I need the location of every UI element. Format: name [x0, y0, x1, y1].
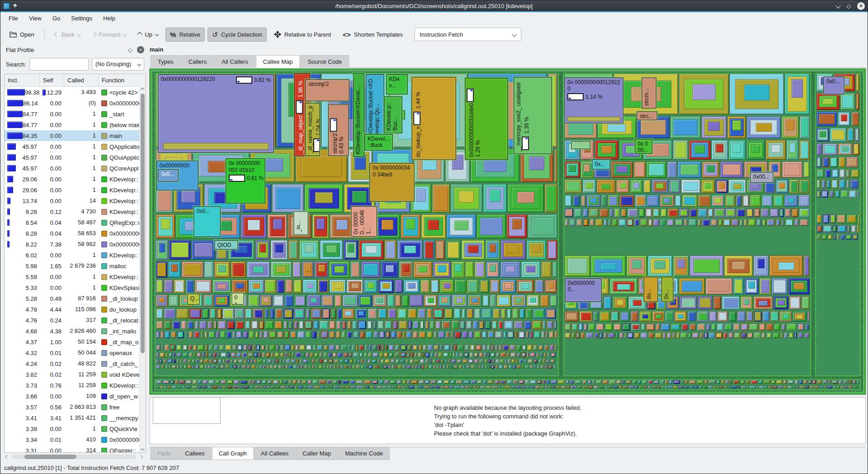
menu-go[interactable]: Go	[48, 14, 65, 23]
vertical-scrollbar-thumb[interactable]	[141, 94, 145, 353]
minimize-icon[interactable]	[835, 3, 840, 8]
maximize-icon[interactable]: ◇	[846, 3, 851, 9]
menu-settings[interactable]: Settings	[66, 14, 97, 23]
tab-callers[interactable]: Callers	[181, 55, 214, 68]
scroll-right-icon[interactable]	[139, 455, 143, 459]
treemap-block[interactable]: 0x000000000031d4e0 1.28 %	[465, 78, 508, 160]
treemap-block[interactable]: KDevel... ::Bucke...	[364, 134, 393, 151]
table-row[interactable]: 3.660.00109dl_open_w	[5, 391, 146, 402]
column-incl[interactable]: Incl.	[5, 74, 40, 86]
table-row[interactable]: 45.970.001QApplicatio	[5, 141, 146, 152]
forward-button[interactable]: Forward	[88, 28, 131, 42]
treemap-block[interactable]: 0x 000000... 000461...	[351, 206, 377, 237]
treemap-block[interactable]: __memcpy_sse2_ unaligned 1.39 %	[514, 77, 552, 154]
table-row[interactable]: 29.060.001KDevelop::	[5, 185, 146, 195]
scroll-up-icon[interactable]	[141, 88, 144, 91]
table-row[interactable]: 6.020.001KDevelop::	[5, 250, 146, 261]
call-graph-birdseye[interactable]	[153, 397, 221, 424]
tab-all-callers[interactable]: All Callers	[214, 55, 255, 68]
scroll-down-icon[interactable]	[141, 447, 144, 450]
scroll-left-icon[interactable]	[5, 455, 9, 459]
close-icon[interactable]: ×	[857, 2, 865, 10]
treemap-block[interactable]: do_lookup_x 1.44 %	[411, 77, 456, 160]
column-called[interactable]: Called	[64, 74, 99, 86]
menu-view[interactable]: View	[24, 14, 46, 23]
horizontal-scrollbar-thumb[interactable]	[24, 455, 76, 459]
relative-toggle[interactable]: % Relative	[165, 28, 205, 42]
tab-callees[interactable]: Callees	[178, 447, 211, 460]
treemap-block[interactable]: 0x0...	[193, 206, 221, 237]
treemap-block[interactable]: strc...	[637, 111, 657, 120]
menu-file[interactable]: File	[4, 14, 23, 23]
column-function[interactable]: Function	[99, 74, 146, 86]
table-row[interactable]: 3.730.7611 259KDevelop::	[5, 380, 146, 391]
horizontal-scrollbar-track[interactable]	[12, 455, 136, 459]
table-row[interactable]: 5.981.652 679 236malloc	[5, 261, 146, 271]
float-icon[interactable]: ◇	[128, 47, 132, 53]
treemap-block[interactable]: do...	[644, 277, 658, 302]
table-row[interactable]: 45.970.001QGuiApplic	[5, 152, 146, 163]
tab-all-callees[interactable]: All Callees	[254, 447, 295, 460]
table-row[interactable]: 3.820.0211 259void KDeve	[5, 369, 146, 380]
tab-machine-code[interactable]: Machine Code	[338, 447, 390, 460]
shorten-templates-toggle[interactable]: <> Shorten Templates	[338, 28, 407, 42]
treemap-block[interactable]: 0x00000000...	[565, 278, 602, 302]
treemap-block[interactable]: KDev...	[386, 74, 408, 95]
treemap-block[interactable]: 0x...	[661, 277, 674, 302]
table-row[interactable]: 4.784.44115 096do_lookup	[5, 304, 146, 315]
tab-source-code[interactable]: Source Code	[300, 55, 349, 68]
table-row[interactable]: 3.310.00314QPainter::	[5, 445, 146, 452]
treemap-block[interactable]: KDevelop::Bucket <KDevelop::Qu...	[366, 74, 384, 137]
treemap-block[interactable]: QIODe...	[214, 240, 239, 250]
table-row[interactable]: 4.320.0150 044openaux	[5, 347, 146, 358]
treemap-block[interactable]: 0x0...	[823, 76, 844, 95]
cycle-detection-toggle[interactable]: ↺ Cycle Detection	[208, 28, 267, 42]
treemap-block[interactable]: 0x 00000000002 d1b100.61 %	[226, 158, 265, 204]
table-row[interactable]: 84.770.001_start	[5, 109, 146, 119]
table-row[interactable]: 29.060.001KDevelop::	[5, 174, 146, 185]
up-button[interactable]: Up	[133, 28, 163, 42]
table-row[interactable]: 3.570.562 863 813free	[5, 402, 146, 412]
table-row[interactable]: 4.760.24317_dl_relocat	[5, 315, 146, 326]
treemap-block[interactable]: 0x0...	[158, 169, 179, 182]
tab-caller-map[interactable]: Caller Map	[296, 447, 338, 460]
treemap-block[interactable]: __m...	[571, 141, 590, 149]
dock-close-icon[interactable]: ×	[137, 46, 144, 53]
table-row[interactable]: 5.330.001KDevSplash	[5, 282, 146, 293]
event-type-select[interactable]: Instruction Fetch	[415, 28, 521, 41]
table-row[interactable]: 9.260.124 730KDevelop::	[5, 206, 146, 217]
table-row[interactable]: 3.413.411 351 421__memcpy	[5, 412, 146, 423]
tab-callee-map[interactable]: Callee Map	[256, 55, 300, 68]
horizontal-scrollbar[interactable]	[6, 454, 142, 460]
treemap-block[interactable]: 0x...	[592, 159, 610, 170]
treemap-block[interactable]: strcmp'2 0.43 %	[328, 104, 349, 156]
table-row[interactable]: 4.684.382 826 460_int_mallo	[5, 326, 146, 337]
table-row[interactable]: 84.770.001(below main)	[5, 119, 146, 130]
treemap-block[interactable]: 0x 00000000340 34be8	[369, 163, 414, 201]
table-row[interactable]: 3.390.001QQuickVie	[5, 423, 146, 434]
grouping-select[interactable]: (No Grouping)	[92, 58, 144, 71]
vertical-scrollbar[interactable]	[139, 86, 146, 452]
open-button[interactable]: Open	[5, 28, 39, 42]
treemap-block[interactable]: Q...	[187, 294, 200, 305]
relative-to-parent-toggle[interactable]: Relative to Parent	[269, 27, 335, 42]
menu-help[interactable]: Help	[99, 14, 120, 23]
table-row[interactable]: 4.240.0248 822_dl_catch_	[5, 358, 146, 369]
treemap-block[interactable]: KDevelop::Bucket<KDevel...	[353, 73, 364, 157]
table-row[interactable]: 3.340.014100x00000000	[5, 434, 146, 445]
tab-call-graph[interactable]: Call Graph	[212, 447, 254, 460]
table-header[interactable]: Incl. Self Called Function	[5, 74, 146, 87]
callee-treemap[interactable]: 0x00000000001292203.82 %_dl_map_object 1…	[150, 69, 866, 394]
table-row[interactable]: 8.227.3858 9820x00000000	[5, 239, 146, 250]
table-row[interactable]: 86.140.00(0)0x00000000	[5, 98, 146, 109]
table-row[interactable]: 98.3812.293 493<cycle 42>	[5, 87, 146, 98]
table-row[interactable]: 84.350.001main	[5, 130, 146, 141]
table-row[interactable]: 45.970.001QCoreAppl	[5, 163, 146, 174]
treemap-block[interactable]: 0x00...	[750, 172, 774, 183]
table-row[interactable]: 8.540.0458 497QRegExp::o	[5, 217, 146, 228]
column-self[interactable]: Self	[40, 74, 64, 86]
treemap-block[interactable]: KDevelo p::Buc...	[384, 96, 402, 133]
treemap-block[interactable]: _in...	[293, 211, 308, 235]
treemap-block[interactable]: _dl_name_match_p 1.04 %	[305, 103, 320, 156]
treemap-block[interactable]: 0x 000...	[635, 139, 652, 154]
